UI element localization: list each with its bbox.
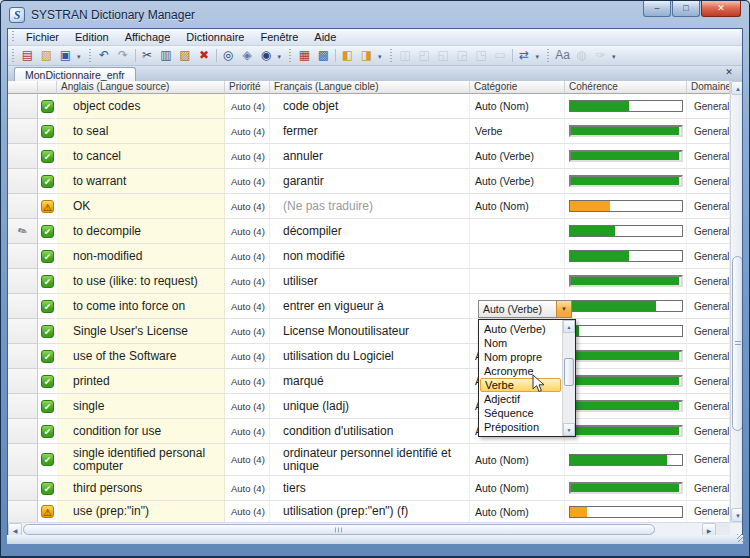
duplicate-entry-icon[interactable]: ◲ — [453, 47, 472, 64]
toolbar-overflow-icon[interactable]: ▾ — [75, 48, 83, 65]
status-warning-icon[interactable]: ⚠ — [41, 505, 54, 518]
menu-fen-tre[interactable]: Fenêtre — [252, 30, 306, 44]
close-button[interactable]: ✕ — [701, 1, 741, 17]
source-term-cell[interactable]: third persons — [57, 476, 225, 501]
toolbar-overflow-icon[interactable]: ▾ — [276, 48, 284, 65]
domain-cell[interactable]: General — [687, 394, 730, 419]
vertical-scroll-thumb[interactable] — [732, 256, 742, 431]
priority-cell[interactable]: Auto (4) — [225, 294, 270, 319]
maximize-button[interactable]: □ — [672, 1, 700, 17]
target-term-cell[interactable]: (Ne pas traduire) — [270, 194, 470, 219]
add-entry-icon[interactable]: ◱ — [434, 47, 453, 64]
row-header[interactable] — [8, 344, 38, 369]
category-cell[interactable]: Auto (Nom) — [470, 94, 565, 119]
domain-cell[interactable]: General — [687, 476, 730, 501]
new-entry-window-icon[interactable]: ▩ — [314, 47, 333, 64]
priority-cell[interactable]: Auto (4) — [225, 319, 270, 344]
vertical-scrollbar[interactable]: ▲ ▼ — [730, 81, 742, 522]
scroll-down-icon[interactable]: ▼ — [731, 508, 742, 522]
target-term-cell[interactable]: utilisation (prep:"en") (f) — [270, 501, 470, 522]
category-cell[interactable]: Auto (Verbe) — [470, 144, 565, 169]
source-term-cell[interactable]: single identified personal computer — [57, 444, 225, 476]
paste-icon[interactable]: ▨ — [176, 47, 195, 64]
source-term-cell[interactable]: use (prep:"in") — [57, 501, 225, 522]
priority-cell[interactable]: Auto (4) — [225, 419, 270, 444]
column-header-cat-gorie[interactable]: Catégorie — [470, 81, 565, 94]
domain-cell[interactable]: General — [687, 444, 730, 476]
category-cell[interactable]: Auto (Nom) — [470, 501, 565, 522]
status-ok-icon[interactable]: ✔ — [41, 325, 54, 338]
target-term-cell[interactable]: code objet — [270, 94, 470, 119]
target-term-cell[interactable]: unique (ladj) — [270, 394, 470, 419]
copy-icon[interactable]: ▥ — [157, 47, 176, 64]
source-term-cell[interactable]: to cancel — [57, 144, 225, 169]
priority-cell[interactable]: Auto (4) — [225, 169, 270, 194]
target-term-cell[interactable]: License Monoutilisateur — [270, 319, 470, 344]
status-ok-icon[interactable]: ✔ — [41, 150, 54, 163]
validation-icon[interactable]: ✑ — [591, 47, 610, 64]
priority-cell[interactable]: Auto (4) — [225, 219, 270, 244]
source-term-cell[interactable]: condition for use — [57, 419, 225, 444]
source-term-cell[interactable]: Single User's License — [57, 319, 225, 344]
row-header[interactable] — [8, 501, 38, 522]
row-header[interactable]: ✎ — [8, 219, 38, 244]
category-cell[interactable] — [470, 219, 565, 244]
domain-cell[interactable]: General — [687, 269, 730, 294]
status-ok-icon[interactable]: ✔ — [41, 400, 54, 413]
priority-cell[interactable]: Auto (4) — [225, 194, 270, 219]
row-header[interactable] — [8, 369, 38, 394]
target-term-cell[interactable]: garantir — [270, 169, 470, 194]
domain-cell[interactable]: General — [687, 169, 730, 194]
priority-cell[interactable]: Auto (4) — [225, 244, 270, 269]
source-term-cell[interactable]: object codes — [57, 94, 225, 119]
target-term-cell[interactable]: annuler — [270, 144, 470, 169]
dropdown-scroll-up-icon[interactable]: ▲ — [563, 320, 575, 333]
row-header[interactable] — [8, 94, 38, 119]
source-term-cell[interactable]: single — [57, 394, 225, 419]
check-coherence-icon[interactable]: ⇄ — [515, 47, 534, 64]
priority-cell[interactable]: Auto (4) — [225, 269, 270, 294]
cut-icon[interactable]: ✂ — [138, 47, 157, 64]
menu-fichier[interactable]: Fichier — [18, 30, 67, 44]
tab-mondictionnaire-enfr[interactable]: MonDictionnaire_enfr — [14, 67, 136, 81]
target-term-cell[interactable]: condition d'utilisation — [270, 419, 470, 444]
browse-entry-icon[interactable]: ◰ — [415, 47, 434, 64]
status-ok-icon[interactable]: ✔ — [41, 482, 54, 495]
dropdown-scrollbar[interactable]: ▲ ▼ — [562, 320, 575, 436]
row-header[interactable] — [8, 294, 38, 319]
domain-cell[interactable]: General — [687, 419, 730, 444]
status-ok-icon[interactable]: ✔ — [41, 225, 54, 238]
source-term-cell[interactable]: use of the Software — [57, 344, 225, 369]
status-ok-icon[interactable]: ✔ — [41, 100, 54, 113]
dropdown-option-s-quence[interactable]: Séquence — [480, 406, 561, 420]
horizontal-scroll-thumb[interactable] — [23, 524, 655, 535]
find-icon[interactable]: ◎ — [219, 47, 238, 64]
source-term-cell[interactable]: to warrant — [57, 169, 225, 194]
domain-cell[interactable]: General — [687, 319, 730, 344]
import-icon[interactable]: ◧ — [338, 47, 357, 64]
new-dictionary-icon[interactable]: ▤ — [18, 47, 37, 64]
column-header-blank-0[interactable] — [8, 81, 38, 94]
combobox-dropdown-icon[interactable]: ▼ — [556, 301, 571, 317]
redo-icon[interactable]: ↷ — [114, 47, 133, 64]
priority-cell[interactable]: Auto (4) — [225, 394, 270, 419]
priority-cell[interactable]: Auto (4) — [225, 501, 270, 522]
undo-icon[interactable]: ↶ — [95, 47, 114, 64]
dropdown-option-nom-propre[interactable]: Nom propre — [480, 350, 561, 364]
priority-cell[interactable]: Auto (4) — [225, 119, 270, 144]
priority-cell[interactable]: Auto (4) — [225, 144, 270, 169]
row-header[interactable] — [8, 419, 38, 444]
status-ok-icon[interactable]: ✔ — [41, 125, 54, 138]
menu-affichage[interactable]: Affichage — [117, 30, 179, 44]
column-header-priorit[interactable]: Priorité — [225, 81, 270, 94]
target-term-cell[interactable]: décompiler — [270, 219, 470, 244]
menu-edition[interactable]: Edition — [67, 30, 117, 44]
column-header-anglais-langue-source[interactable]: Anglais (Langue source) — [57, 81, 225, 94]
reverse-entry-icon[interactable]: ◳ — [472, 47, 491, 64]
title-bar[interactable]: S SYSTRAN Dictionary Manager – □ ✕ — [1, 1, 749, 28]
domain-cell[interactable]: General — [687, 94, 730, 119]
column-header-domaines[interactable]: Domaines — [687, 81, 730, 94]
domain-cell[interactable]: General — [687, 144, 730, 169]
status-ok-icon[interactable]: ✔ — [41, 175, 54, 188]
priority-cell[interactable]: Auto (4) — [225, 344, 270, 369]
